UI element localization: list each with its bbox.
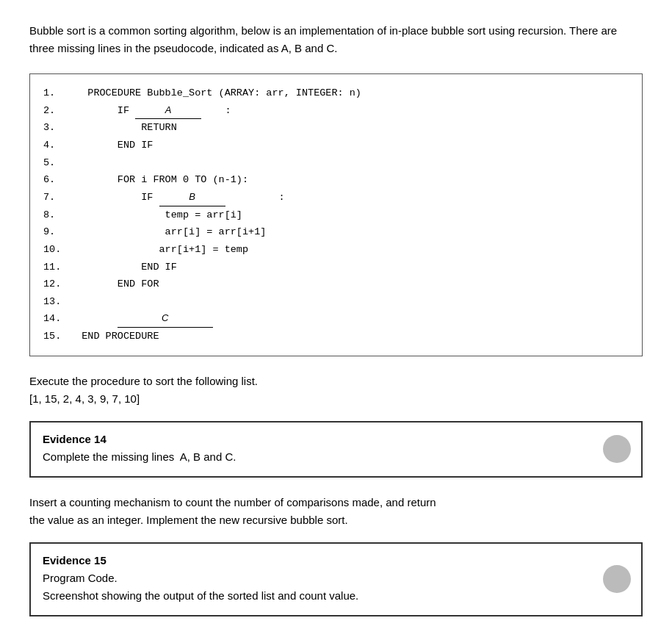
code-line-12: 12. END FOR	[43, 276, 629, 293]
between-line2: the value as an integer. Implement the n…	[29, 511, 643, 529]
line-num-7: 7.	[43, 189, 70, 206]
code-line-14: 14. C	[43, 310, 629, 328]
code-content-13	[70, 293, 76, 311]
evidence-14-avatar	[603, 435, 631, 463]
code-content-5	[70, 154, 76, 172]
between-section: Insert a counting mechanism to count the…	[29, 494, 643, 529]
evidence-14-body: Complete the missing lines A, B and C.	[43, 448, 629, 466]
code-content-12: END FOR	[70, 276, 159, 293]
code-line-4: 4. END IF	[43, 137, 629, 154]
code-content-9: arr[i] = arr[i+1]	[70, 223, 266, 241]
code-line-2: 2. IF A :	[43, 102, 629, 120]
blank-b: B	[159, 189, 225, 206]
code-line-15: 15. END PROCEDURE	[43, 328, 629, 345]
line-num-9: 9.	[43, 223, 70, 241]
line-num-8: 8.	[43, 206, 70, 224]
code-line-5: 5.	[43, 154, 629, 172]
code-content-11: END IF	[70, 259, 177, 276]
line-num-1: 1.	[43, 85, 70, 102]
code-line-7: 7. IF B :	[43, 189, 629, 206]
line-num-14: 14.	[43, 310, 70, 328]
evidence-15-body2: Screenshot showing the output of the sor…	[43, 587, 629, 605]
code-content-6: FOR i FROM 0 TO (n-1):	[70, 171, 248, 189]
code-line-6: 6. FOR i FROM 0 TO (n-1):	[43, 171, 629, 189]
blank-c: C	[118, 310, 213, 328]
execute-line2: [1, 15, 2, 4, 3, 9, 7, 10]	[29, 390, 643, 408]
code-content-7b: :	[225, 189, 285, 206]
code-line-9: 9. arr[i] = arr[i+1]	[43, 223, 629, 241]
code-content-4: END IF	[70, 137, 153, 154]
line-num-13: 13.	[43, 293, 70, 311]
code-line-1: 1. PROCEDURE Bubble_Sort (ARRAY: arr, IN…	[43, 85, 629, 102]
evidence-15-title: Evidence 15	[43, 554, 629, 567]
between-line1: Insert a counting mechanism to count the…	[29, 494, 643, 511]
evidence-14-title: Evidence 14	[43, 433, 629, 445]
evidence-14-box: Evidence 14 Complete the missing lines A…	[29, 421, 643, 478]
code-content-2b: :	[201, 102, 231, 120]
code-line-10: 10. arr[i+1] = temp	[43, 241, 629, 259]
blank-a: A	[135, 102, 201, 120]
line-num-6: 6.	[43, 171, 70, 189]
evidence-15-body: Program Code. Screenshot showing the out…	[43, 569, 629, 605]
line-num-10: 10.	[43, 241, 70, 259]
code-line-11: 11. END IF	[43, 259, 629, 276]
line-num-12: 12.	[43, 276, 70, 293]
code-line-8: 8. temp = arr[i]	[43, 206, 629, 224]
intro-paragraph: Bubble sort is a common sorting algorith…	[29, 22, 643, 57]
line-num-4: 4.	[43, 137, 70, 154]
code-block: 1. PROCEDURE Bubble_Sort (ARRAY: arr, IN…	[29, 73, 643, 356]
code-content-10: arr[i+1] = temp	[70, 241, 248, 259]
execute-section: Execute the procedure to sort the follow…	[29, 373, 643, 408]
line-num-2: 2.	[43, 102, 70, 120]
line-num-11: 11.	[43, 259, 70, 276]
code-content-14	[70, 310, 118, 328]
line-num-5: 5.	[43, 154, 70, 172]
code-line-3: 3. RETURN	[43, 119, 629, 137]
code-content-8: temp = arr[i]	[70, 206, 242, 224]
line-num-15: 15.	[43, 328, 70, 345]
evidence-15-avatar	[603, 565, 631, 593]
line-num-3: 3.	[43, 119, 70, 137]
code-content-15: END PROCEDURE	[70, 328, 159, 345]
code-content-2: IF	[70, 102, 135, 120]
code-content-3: RETURN	[70, 119, 177, 137]
code-line-13: 13.	[43, 293, 629, 311]
evidence-15-body1: Program Code.	[43, 569, 629, 587]
code-content-7: IF	[70, 189, 159, 206]
execute-line1: Execute the procedure to sort the follow…	[29, 373, 643, 390]
evidence-15-box: Evidence 15 Program Code. Screenshot sho…	[29, 542, 643, 616]
code-content-1: PROCEDURE Bubble_Sort (ARRAY: arr, INTEG…	[70, 85, 361, 102]
